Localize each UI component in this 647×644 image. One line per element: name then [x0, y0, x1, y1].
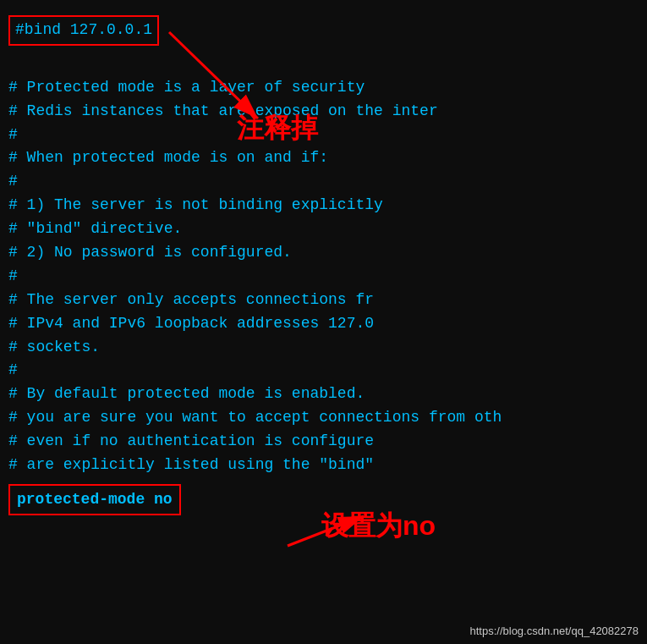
annotation-top: 注释掉 [237, 110, 318, 147]
svg-line-1 [169, 32, 258, 118]
terminal-window: #bind 127.0.0.1 # Protected mode is a la… [0, 0, 647, 644]
arrows-svg [0, 0, 647, 644]
annotation-bottom: 设置为no [321, 508, 436, 545]
watermark: https://blog.csdn.net/qq_42082278 [470, 625, 639, 637]
